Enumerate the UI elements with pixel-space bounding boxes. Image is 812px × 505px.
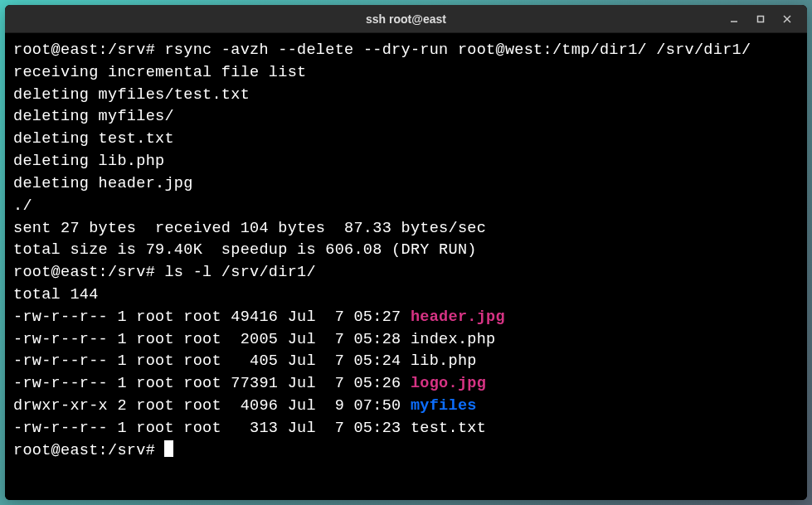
ls-meta: -rw-r--r-- 1 root root 405 Jul 7 05:24 <box>13 352 411 370</box>
terminal-line: deleting test.txt <box>13 129 799 151</box>
ls-filename: header.jpg <box>411 308 505 326</box>
close-button[interactable] <box>774 5 800 32</box>
minimize-button[interactable] <box>721 5 747 32</box>
cursor-icon <box>164 440 173 457</box>
terminal-line: total size is 79.40K speedup is 606.08 (… <box>13 240 799 262</box>
titlebar: ssh root@east <box>5 5 807 33</box>
terminal-body[interactable]: root@east:/srv# rsync -avzh --delete --d… <box>5 33 807 500</box>
shell-prompt: root@east:/srv# <box>13 264 164 281</box>
ls-filename: myfiles <box>411 397 477 415</box>
ls-meta: -rw-r--r-- 1 root root 2005 Jul 7 05:28 <box>13 331 411 348</box>
ls-row: -rw-r--r-- 1 root root 49416 Jul 7 05:27… <box>13 307 799 329</box>
command-text: rsync -avzh --delete --dry-run root@west… <box>164 41 751 59</box>
terminal-line: ./ <box>13 196 799 218</box>
terminal-line: deleting header.jpg <box>13 173 799 196</box>
terminal-line: sent 27 bytes received 104 bytes 87.33 b… <box>13 218 799 240</box>
ls-filename: logo.jpg <box>411 375 486 392</box>
terminal-line: root@east:/srv# ls -l /srv/dir1/ <box>13 262 799 284</box>
maximize-icon <box>756 15 765 23</box>
ls-meta: -rw-r--r-- 1 root root 77391 Jul 7 05:26 <box>13 375 411 392</box>
close-icon <box>783 15 791 23</box>
shell-prompt: root@east:/srv# <box>13 41 164 59</box>
terminal-line: deleting myfiles/test.txt <box>13 85 799 107</box>
terminal-line: deleting lib.php <box>13 151 799 173</box>
ls-filename: test.txt <box>411 420 486 437</box>
command-text: ls -l /srv/dir1/ <box>164 264 315 281</box>
minimize-icon <box>730 15 738 23</box>
window-title: ssh root@east <box>366 12 446 26</box>
terminal-line: root@east:/srv# rsync -avzh --delete --d… <box>13 40 799 62</box>
ls-filename: lib.php <box>411 352 477 370</box>
terminal-window: ssh root@east root@east:/srv# rsync -avz… <box>5 5 807 500</box>
ls-filename: index.php <box>411 331 496 348</box>
window-controls <box>721 5 800 32</box>
shell-prompt: root@east:/srv# <box>13 442 164 459</box>
ls-row: drwxr-xr-x 2 root root 4096 Jul 9 07:50 … <box>13 396 799 418</box>
ls-meta: -rw-r--r-- 1 root root 313 Jul 7 05:23 <box>13 420 411 437</box>
terminal-line: deleting myfiles/ <box>13 106 799 129</box>
ls-meta: -rw-r--r-- 1 root root 49416 Jul 7 05:27 <box>13 308 411 326</box>
terminal-line: receiving incremental file list <box>13 62 799 85</box>
terminal-line: root@east:/srv# <box>13 440 799 463</box>
ls-row: -rw-r--r-- 1 root root 405 Jul 7 05:24 l… <box>13 351 799 373</box>
ls-row: -rw-r--r-- 1 root root 2005 Jul 7 05:28 … <box>13 329 799 352</box>
svg-rect-1 <box>758 16 764 22</box>
ls-row: -rw-r--r-- 1 root root 77391 Jul 7 05:26… <box>13 373 799 396</box>
terminal-line: total 144 <box>13 284 799 307</box>
maximize-button[interactable] <box>747 5 774 32</box>
ls-meta: drwxr-xr-x 2 root root 4096 Jul 9 07:50 <box>13 397 411 415</box>
ls-row: -rw-r--r-- 1 root root 313 Jul 7 05:23 t… <box>13 418 799 440</box>
